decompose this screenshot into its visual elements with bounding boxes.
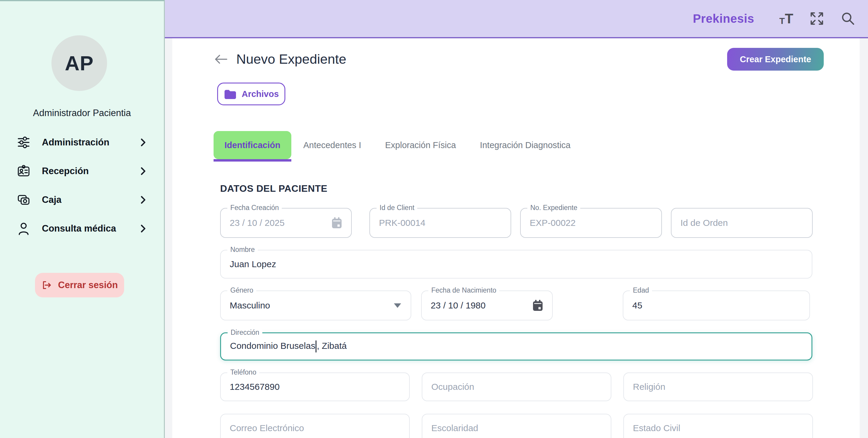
no-expediente-label: No. Expediente	[527, 204, 580, 212]
genero-value: Masculino	[230, 301, 270, 311]
estado-civil-placeholder: Estado Civil	[633, 423, 680, 433]
fecha-creacion-label: Fecha Creación	[227, 204, 282, 212]
direccion-field[interactable]: Dirección Condominio Bruselas, Zibatá	[220, 333, 812, 361]
fecha-creacion-value: 23 / 10 / 2025	[230, 218, 285, 228]
direccion-label: Dirección	[228, 328, 262, 337]
tab-identificacion[interactable]: Identificación	[214, 131, 291, 159]
cash-icon	[17, 193, 31, 207]
no-expediente-field[interactable]: No. Expediente EXP-00022	[520, 208, 662, 238]
estado-civil-field[interactable]: Estado Civil	[623, 414, 813, 438]
fecha-creacion-field[interactable]: Fecha Creación 23 / 10 / 2025	[220, 208, 352, 238]
page-header: Nuevo Expediente Crear Expediente	[214, 48, 824, 71]
chevron-right-icon	[140, 195, 147, 205]
content-panel: Nuevo Expediente Crear Expediente Archiv…	[172, 38, 860, 438]
religion-field[interactable]: Religión	[623, 373, 813, 401]
back-arrow-icon[interactable]	[214, 54, 228, 65]
sidebar-item-caja[interactable]: Caja	[0, 186, 164, 214]
section-title: DATOS DEL PACIENTE	[220, 183, 817, 194]
text-cursor	[315, 341, 316, 352]
chevron-right-icon	[140, 223, 147, 234]
sidebar-item-recepcion[interactable]: Recepción	[0, 157, 164, 186]
brand-title: Prekinesis	[693, 12, 754, 25]
sidebar-item-consulta-medica[interactable]: Consulta médica	[0, 214, 164, 243]
sidebar-item-label: Administración	[42, 137, 129, 148]
calendar-icon[interactable]	[531, 299, 545, 312]
fecha-nacimiento-value: 23 / 10 / 1980	[431, 301, 486, 311]
escolaridad-field[interactable]: Escolaridad	[422, 414, 611, 438]
id-orden-field[interactable]: Id de Orden	[671, 208, 813, 238]
sidebar-menu: Administración Recepción	[0, 128, 164, 243]
fullscreen-icon[interactable]	[809, 11, 824, 26]
sidebar-item-label: Caja	[42, 194, 129, 205]
id-badge-icon	[17, 164, 31, 178]
direccion-value: Condominio Bruselas, Zibatá	[230, 341, 347, 352]
topbar: Prekinesis TT	[165, 0, 868, 38]
files-button-label: Archivos	[242, 89, 279, 99]
telefono-label: Teléfono	[227, 368, 259, 376]
telefono-field[interactable]: Teléfono 1234567890	[220, 373, 410, 401]
files-button[interactable]: Archivos	[217, 83, 285, 105]
chevron-right-icon	[140, 166, 147, 176]
active-tab-underline	[214, 159, 291, 162]
sidebar: AP Administrador Pacientia Administració…	[0, 0, 165, 438]
nombre-value: Juan Lopez	[230, 259, 276, 269]
avatar: AP	[52, 35, 107, 91]
id-cliente-field[interactable]: Id de Client PRK-00014	[369, 208, 511, 238]
sidebar-item-label: Recepción	[42, 166, 129, 177]
nombre-label: Nombre	[227, 246, 258, 254]
genero-label: Género	[227, 286, 256, 294]
escolaridad-placeholder: Escolaridad	[431, 423, 478, 433]
logout-icon	[41, 280, 52, 290]
user-name: Administrador Pacientia	[0, 108, 164, 119]
text-size-icon[interactable]: TT	[779, 12, 793, 25]
tab-bar: Identificación Antecedentes I Exploració…	[214, 131, 824, 159]
fecha-nacimiento-label: Fecha de Nacimiento	[428, 286, 499, 294]
tab-integracion-diagnostica[interactable]: Integración Diagnostica	[468, 131, 582, 159]
religion-placeholder: Religión	[633, 382, 665, 392]
correo-placeholder: Correo Electrónico	[230, 423, 304, 433]
nombre-field[interactable]: Nombre Juan Lopez	[220, 250, 812, 279]
person-icon	[17, 222, 31, 236]
sidebar-item-label: Consulta médica	[42, 223, 129, 234]
edad-field[interactable]: Edad 45	[623, 290, 810, 320]
folder-icon	[224, 89, 236, 99]
ocupacion-placeholder: Ocupación	[431, 382, 474, 392]
id-cliente-placeholder: PRK-00014	[379, 218, 425, 228]
tab-antecedentes[interactable]: Antecedentes I	[291, 131, 373, 159]
edad-value: 45	[632, 301, 642, 311]
logout-button[interactable]: Cerrar sesión	[35, 273, 124, 298]
logout-label: Cerrar sesión	[58, 280, 118, 290]
create-expediente-button[interactable]: Crear Expediente	[727, 48, 824, 71]
edad-label: Edad	[630, 286, 652, 294]
dropdown-caret-icon	[394, 303, 401, 308]
tab-exploracion-fisica[interactable]: Exploración Física	[373, 131, 468, 159]
patient-form: DATOS DEL PACIENTE Fecha Creación 23 / 1…	[214, 183, 824, 438]
no-expediente-placeholder: EXP-00022	[530, 218, 576, 228]
calendar-icon[interactable]	[330, 216, 343, 229]
fecha-nacimiento-field[interactable]: Fecha de Nacimiento 23 / 10 / 1980	[421, 290, 553, 320]
id-orden-placeholder: Id de Orden	[680, 218, 728, 228]
app-root: Prekinesis TT AP Administrador Pacientia	[0, 0, 868, 438]
sidebar-item-administracion[interactable]: Administración	[0, 128, 164, 157]
search-icon[interactable]	[840, 11, 856, 26]
sliders-icon	[17, 135, 31, 149]
telefono-value: 1234567890	[230, 382, 280, 392]
genero-select[interactable]: Género Masculino	[220, 290, 411, 320]
correo-field[interactable]: Correo Electrónico	[220, 414, 410, 438]
ocupacion-field[interactable]: Ocupación	[422, 373, 611, 401]
chevron-right-icon	[140, 137, 147, 148]
main-area: Nuevo Expediente Crear Expediente Archiv…	[166, 38, 868, 438]
id-cliente-label: Id de Client	[377, 204, 417, 212]
page-title: Nuevo Expediente	[236, 52, 346, 67]
